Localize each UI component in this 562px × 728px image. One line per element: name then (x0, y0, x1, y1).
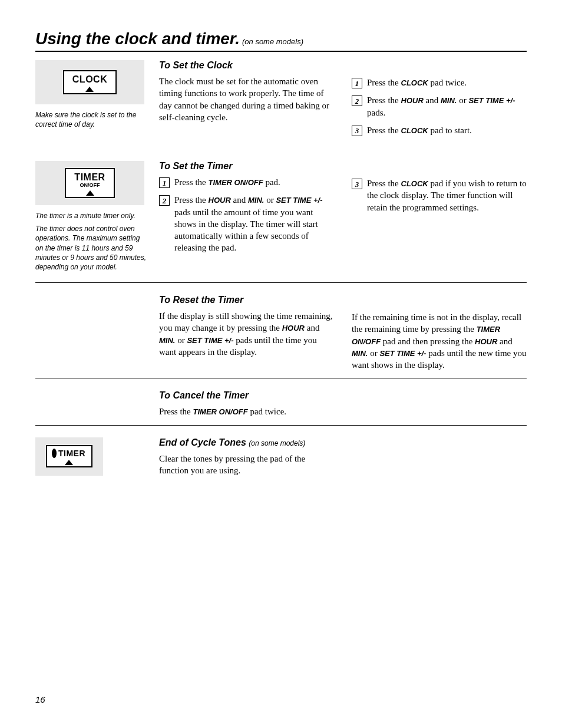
oval-icon (52, 449, 57, 458)
timer-caption-2: The timer does not control oven operatio… (35, 224, 150, 272)
section-set-timer: TIMER ON/OFF The timer is a minute timer… (35, 161, 527, 283)
pad-label: CLOCK (72, 75, 107, 84)
timer-pad-illustration-2: TIMER (35, 437, 103, 476)
end-cycle-text: Clear the tones by pressing the pad of t… (159, 453, 334, 477)
timer-pad-illustration: TIMER ON/OFF (35, 161, 144, 205)
step-1: 1 Press the TIMER ON/OFF pad. (159, 176, 334, 188)
section-heading: To Set the Clock (159, 60, 334, 71)
step-number-icon: 2 (159, 195, 170, 206)
pad-sublabel: ON/OFF (80, 183, 100, 188)
clock-pad-illustration: CLOCK (35, 60, 144, 104)
page-header: Using the clock and timer. (on some mode… (35, 29, 527, 52)
step-number-icon: 2 (352, 95, 362, 106)
step-1: 1 Press the CLOCK pad twice. (352, 77, 527, 88)
timer-caption-1: The timer is a minute timer only. (35, 211, 150, 220)
section-cancel-timer: To Cancel the Timer Press the TIMER ON/O… (35, 390, 527, 425)
clock-caption: Make sure the clock is set to the correc… (35, 110, 150, 129)
pad-label: TIMER (74, 173, 105, 182)
step-number-icon: 1 (352, 78, 362, 88)
cancel-text: Press the TIMER ON/OFF pad twice. (159, 406, 334, 417)
section-heading: To Cancel the Timer (159, 390, 334, 401)
section-end-cycle-tones: TIMER End of Cycle Tones (on some models… (35, 437, 527, 489)
step-number-icon: 1 (159, 177, 170, 188)
pad-label: TIMER (58, 449, 85, 457)
step-2: 2 Press the HOUR and MIN. or SET TIME +/… (159, 194, 334, 253)
page-title: Using the clock and timer. (35, 29, 240, 48)
step-2: 2 Press the HOUR and MIN. or SET TIME +/… (352, 94, 527, 118)
reset-left-text: If the display is still showing the time… (159, 310, 334, 358)
page-title-suffix: (on some models) (242, 37, 303, 46)
page-number: 16 (35, 694, 45, 704)
section-heading: End of Cycle Tones (on some models) (159, 437, 334, 448)
step-number-icon: 3 (352, 179, 362, 189)
section-heading: To Set the Timer (159, 161, 334, 172)
section-set-clock: CLOCK Make sure the clock is set to the … (35, 60, 527, 149)
intro-text: The clock must be set for the automatic … (159, 75, 334, 123)
section-reset-timer: To Reset the Timer If the display is sti… (35, 295, 527, 378)
step-3: 3 Press the CLOCK pad to start. (352, 124, 527, 136)
triangle-up-icon (65, 460, 73, 465)
step-3: 3 Press the CLOCK pad if you wish to ret… (352, 177, 527, 213)
reset-right-text: If the remaining time is not in the disp… (352, 311, 527, 371)
triangle-up-icon (86, 190, 94, 196)
step-number-icon: 3 (352, 126, 362, 136)
triangle-up-icon (85, 87, 94, 92)
section-heading: To Reset the Timer (159, 295, 334, 305)
